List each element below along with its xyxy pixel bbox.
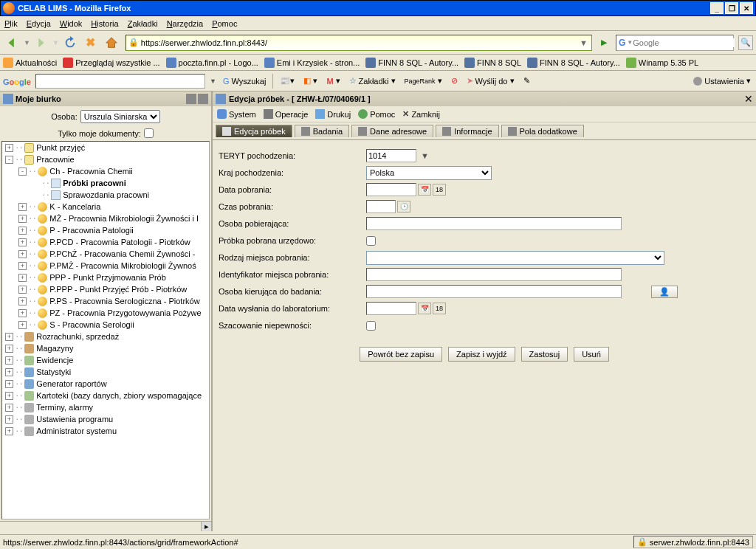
tree-node[interactable]: -··Pracownie bbox=[2, 153, 209, 165]
expander-icon[interactable]: + bbox=[5, 356, 13, 365]
expander-icon[interactable]: + bbox=[18, 321, 27, 329]
tree-node[interactable]: +··Ustawienia programu bbox=[2, 413, 209, 425]
gbar-block[interactable]: ⊘ bbox=[449, 76, 460, 86]
expander-icon[interactable]: + bbox=[5, 427, 13, 435]
tree-node[interactable]: +··PPP - Punkt Przyjmowania Prób bbox=[2, 272, 209, 283]
url-dropdown[interactable]: ▼ bbox=[578, 38, 589, 47]
expander-icon[interactable]: + bbox=[5, 415, 13, 424]
cal2-icon[interactable]: 18 bbox=[433, 184, 446, 196]
tree-node[interactable]: +··Punkt przyjęć bbox=[2, 142, 209, 153]
tree-node[interactable]: +··Administrator systemu bbox=[2, 425, 209, 437]
google-search-input[interactable] bbox=[35, 74, 205, 89]
url-bar[interactable]: 🔒 ▼ bbox=[126, 35, 592, 51]
expander-icon[interactable]: + bbox=[18, 203, 27, 211]
tree-node[interactable]: +··Terminy, alarmy bbox=[2, 401, 209, 413]
expander-icon[interactable]: - bbox=[5, 156, 13, 164]
datapob-input[interactable] bbox=[366, 183, 416, 196]
tab-pola[interactable]: Pola dodatkowe bbox=[501, 125, 584, 137]
bookmark-finn1[interactable]: FINN 8 SQL - Autory... bbox=[365, 58, 458, 68]
expander-icon[interactable]: + bbox=[18, 309, 27, 317]
tab-badania[interactable]: Badania bbox=[295, 125, 349, 137]
bookmark-poczta[interactable]: poczta.finn.pl - Logo... bbox=[166, 58, 258, 68]
tree-node[interactable]: ··Sprawozdania pracowni bbox=[2, 189, 209, 201]
cal3-icon[interactable]: 📅 bbox=[418, 303, 431, 314]
menu-historia[interactable]: Historia bbox=[91, 19, 118, 28]
clock-icon[interactable]: 🕒 bbox=[397, 201, 410, 213]
tree-node[interactable]: +··MŻ - Pracownia Mikrobiologii Żywności… bbox=[2, 213, 209, 224]
expander-icon[interactable]: + bbox=[18, 250, 27, 258]
mm-pomoc[interactable]: Pomoc bbox=[358, 109, 395, 119]
gbar-news[interactable]: 📰▾ bbox=[278, 76, 297, 86]
menu-plik[interactable]: Plik bbox=[4, 19, 18, 28]
expander-icon[interactable]: + bbox=[5, 380, 13, 388]
restore-button[interactable]: ❐ bbox=[725, 2, 738, 14]
reload-button[interactable] bbox=[61, 33, 80, 52]
close-button[interactable]: ✕ bbox=[740, 2, 753, 14]
expander-icon[interactable]: + bbox=[18, 227, 27, 235]
datawys-input[interactable] bbox=[366, 302, 416, 315]
bookmark-emi[interactable]: Emi i Krzysiek - stron... bbox=[264, 58, 360, 68]
tree-node[interactable]: +··P.PCD - Pracownia Patologii - Piotrkó… bbox=[2, 236, 209, 248]
mm-operacje[interactable]: Operacje bbox=[264, 109, 309, 119]
teryt-input[interactable] bbox=[366, 149, 416, 162]
mm-drukuj[interactable]: Drukuj bbox=[315, 109, 351, 119]
osobapob-input[interactable] bbox=[366, 217, 622, 230]
bookmark-przegladaj[interactable]: Przeglądaj wszystkie ... bbox=[63, 58, 159, 68]
tab-edycja[interactable]: Edycja próbek bbox=[216, 125, 292, 137]
tree-node[interactable]: +··Generator raportów bbox=[2, 378, 209, 390]
gbar-blog[interactable]: ◧▾ bbox=[301, 76, 320, 86]
tree-node[interactable]: +··P.PS - Pracownia Serologiczna - Piotr… bbox=[2, 295, 209, 307]
tree-node[interactable]: +··P.PPP - Punkt Przyjęć Prób - Piotrków bbox=[2, 283, 209, 295]
tree-node[interactable]: +··Kartoteki (bazy danych, zbiory wspoma… bbox=[2, 390, 209, 401]
mm-system[interactable]: System bbox=[217, 109, 256, 119]
gbar-pagerank[interactable]: PageRank▾ bbox=[402, 76, 444, 86]
menu-narzedzia[interactable]: Narzędzia bbox=[167, 19, 204, 28]
url-input[interactable] bbox=[141, 38, 578, 47]
cal1-icon[interactable]: 📅 bbox=[418, 184, 431, 196]
stop-button[interactable]: ✖ bbox=[81, 33, 100, 52]
expander-icon[interactable]: + bbox=[18, 297, 27, 305]
refresh-icon[interactable] bbox=[198, 94, 208, 104]
tree-node[interactable]: +··K - Kancelaria bbox=[2, 201, 209, 213]
gbar-gmail[interactable]: M▾ bbox=[324, 76, 342, 86]
gbar-highlight[interactable]: ✎ bbox=[521, 76, 532, 86]
tree-node[interactable]: +··PZ - Pracownia Przygotowywania Pożywe bbox=[2, 307, 209, 319]
bookmark-winamp[interactable]: Winamp 5.35 PL bbox=[626, 58, 698, 68]
osobakier-input[interactable] bbox=[366, 285, 622, 298]
tree-node[interactable]: +··P.PMŻ - Pracownia Mikrobiologii Żywno… bbox=[2, 260, 209, 272]
zastosuj-button[interactable]: Zastosuj bbox=[521, 347, 568, 362]
minimize-button[interactable]: _ bbox=[710, 2, 724, 14]
powrot-button[interactable]: Powrót bez zapisu bbox=[360, 347, 442, 362]
expander-icon[interactable]: + bbox=[18, 262, 27, 270]
search-go-button[interactable]: 🔍 bbox=[738, 35, 753, 50]
tree-node[interactable]: +··P.PChŻ - Pracowania Chemii Żywności - bbox=[2, 248, 209, 260]
tree-node[interactable]: +··P - Pracownia Patologii bbox=[2, 224, 209, 236]
gbar-settings[interactable]: Ustawienia▾ bbox=[691, 76, 753, 86]
tab-dane[interactable]: Dane adresowe bbox=[351, 125, 433, 137]
tree-node[interactable]: +··Ewidencje bbox=[2, 354, 209, 366]
expander-icon[interactable]: + bbox=[18, 215, 27, 223]
tree-node[interactable]: +··Statystyki bbox=[2, 366, 209, 378]
contact-button[interactable]: 👤 bbox=[651, 286, 678, 298]
tree-node[interactable]: ··Próbki pracowni bbox=[2, 177, 209, 189]
back-button[interactable] bbox=[3, 33, 22, 52]
expander-icon[interactable]: + bbox=[18, 274, 27, 282]
expander-icon[interactable]: + bbox=[18, 286, 27, 294]
zapisz-button[interactable]: Zapisz i wyjdź bbox=[448, 347, 515, 362]
search-input[interactable] bbox=[633, 38, 735, 47]
gbar-wyszukaj[interactable]: GWyszukaj bbox=[221, 77, 269, 86]
expander-icon[interactable]: - bbox=[18, 168, 27, 176]
menu-edycja[interactable]: Edycja bbox=[27, 19, 51, 28]
home-button[interactable] bbox=[102, 33, 121, 52]
tree-node[interactable]: +··S - Pracownia Serologii bbox=[2, 319, 209, 331]
mm-zamknij[interactable]: ✕Zamknij bbox=[402, 109, 440, 119]
collapse-icon[interactable] bbox=[186, 94, 196, 104]
ident-input[interactable] bbox=[366, 268, 622, 281]
menu-pomoc[interactable]: Pomoc bbox=[212, 19, 237, 28]
menu-zakladki[interactable]: Zakładki bbox=[128, 19, 158, 28]
expander-icon[interactable]: + bbox=[5, 392, 13, 400]
tree-node[interactable]: +··Rozrachunki, sprzedaż bbox=[2, 331, 209, 342]
tab-informacje[interactable]: Informacje bbox=[436, 125, 498, 137]
panel-close-button[interactable]: ✕ bbox=[744, 93, 753, 105]
expander-icon[interactable]: + bbox=[5, 333, 13, 341]
